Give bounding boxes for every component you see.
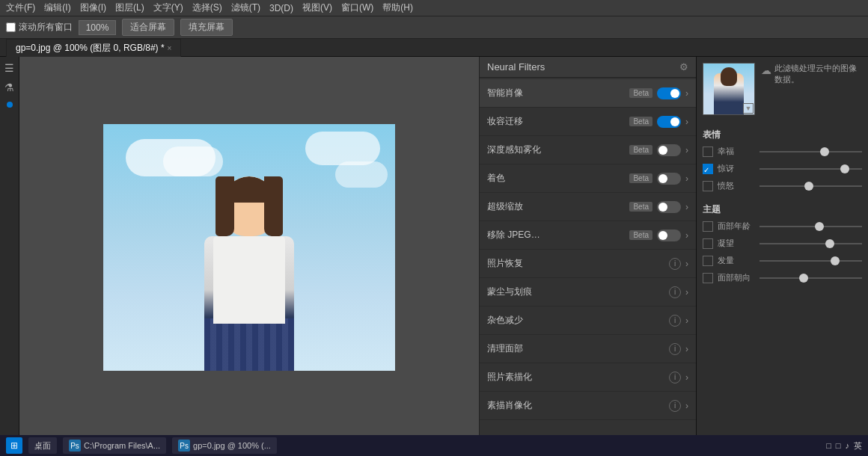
zoom-level[interactable]: 100% — [79, 20, 116, 35]
expression-sliders-checkbox-0[interactable] — [703, 147, 713, 157]
expression-sliders-checkbox-2[interactable] — [703, 181, 713, 191]
scroll-all-label: 滚动所有窗口 — [19, 21, 73, 34]
menu-layer[interactable]: 图层(L) — [115, 1, 144, 14]
menu-3d[interactable]: 3D(D) — [269, 3, 293, 13]
filter-item-0[interactable]: 智能肖像Beta› — [480, 79, 696, 108]
subject-sliders-checkbox-1[interactable] — [703, 238, 713, 249]
subject-sliders-checkbox-0[interactable] — [703, 221, 713, 232]
filter-name-6: 照片恢复 — [487, 257, 669, 270]
filter-item-9[interactable]: 清理面部i› — [480, 335, 696, 363]
expression-sliders-thumb-2[interactable] — [804, 182, 813, 191]
filter-item-6[interactable]: 照片恢复i› — [480, 250, 696, 278]
subject-sliders-thumb-1[interactable] — [825, 239, 834, 248]
filter-toggle-4[interactable] — [657, 201, 681, 213]
tab-close-button[interactable]: × — [168, 44, 172, 52]
flask-icon[interactable]: ⚗ — [1, 79, 18, 96]
filter-item-1[interactable]: 妆容迁移Beta› — [480, 108, 696, 136]
right-panel: ▼ ☁ 此滤镜处理云中的图像数据。 表情 幸福✓惊讶愤怒 主题 面部年龄凝望发量… — [696, 57, 868, 438]
filter-toggle-3[interactable] — [657, 173, 681, 185]
filter-item-7[interactable]: 蒙尘与划痕i› — [480, 278, 696, 306]
filter-arrow-7: › — [685, 287, 688, 298]
subject-sliders-thumb-0[interactable] — [815, 222, 824, 231]
expression-sliders-thumb-1[interactable] — [840, 164, 849, 173]
filter-name-9: 清理面部 — [487, 342, 669, 355]
filter-name-3: 着色 — [487, 172, 629, 185]
subject-sliders-track-2[interactable] — [760, 260, 862, 262]
filter-item-2[interactable]: 深度感知雾化Beta› — [480, 136, 696, 164]
filter-item-8[interactable]: 杂色减少i› — [480, 306, 696, 335]
ps-icon: Ps — [69, 440, 81, 452]
subject-sliders-track-0[interactable] — [760, 226, 862, 227]
tray-icon-3[interactable]: ♪ — [846, 441, 850, 450]
preview-section: ▼ ☁ 此滤镜处理云中的图像数据。 — [703, 63, 862, 115]
tray-icon-2[interactable]: □ — [836, 441, 841, 450]
expression-sliders-label-1: 惊讶 — [718, 163, 755, 174]
subject-sliders-label-2: 发量 — [718, 255, 755, 266]
filter-name-7: 蒙尘与划痕 — [487, 286, 669, 298]
menu-help[interactable]: 帮助(H) — [382, 1, 413, 14]
filter-name-11: 素描肖像化 — [487, 399, 669, 412]
scroll-all-checkbox[interactable]: 滚动所有窗口 — [6, 21, 73, 34]
subject-sliders-track-1[interactable] — [760, 243, 862, 244]
settings-icon[interactable]: ⚙ — [679, 61, 688, 73]
filter-toggle-2[interactable] — [657, 144, 681, 156]
filter-toggle-5[interactable] — [657, 229, 681, 241]
subject-sliders-thumb-2[interactable] — [831, 256, 840, 265]
menu-filter[interactable]: 滤镜(T) — [231, 1, 260, 14]
filter-item-5[interactable]: 移除 JPEG…Beta› — [480, 221, 696, 250]
menu-bar: 文件(F) 编辑(I) 图像(I) 图层(L) 文字(Y) 选择(S) 滤镜(T… — [0, 0, 868, 16]
menu-text[interactable]: 文字(Y) — [153, 1, 183, 14]
filter-item-11[interactable]: 素描肖像化i› — [480, 392, 696, 420]
filter-badge-5: Beta — [629, 230, 652, 240]
subject-sliders-checkbox-2[interactable] — [703, 256, 713, 266]
filter-badge-4: Beta — [629, 202, 652, 212]
document-tab[interactable]: gp=0.jpg @ 100% (图层 0, RGB/8#) * × — [6, 39, 181, 57]
menu-edit[interactable]: 编辑(I) — [44, 1, 70, 14]
menu-window[interactable]: 窗口(W) — [341, 1, 373, 14]
expression-sliders-track-0[interactable] — [760, 151, 862, 152]
panel-header-icons: ⚙ — [679, 61, 688, 73]
taskbar-desktop[interactable]: 桌面 — [28, 437, 57, 454]
filter-arrow-4: › — [685, 202, 688, 212]
filter-name-5: 移除 JPEG… — [487, 229, 629, 241]
neural-filters-panel: Neural Filters ⚙ 智能肖像Beta›妆容迁移Beta›深度感知雾… — [479, 57, 696, 438]
cloud-notice-text: 此滤镜处理云中的图像数据。 — [774, 63, 862, 86]
filter-item-10[interactable]: 照片素描化i› — [480, 363, 696, 392]
menu-select[interactable]: 选择(S) — [192, 1, 222, 14]
subject-sliders-track-3[interactable] — [760, 277, 862, 279]
expand-button[interactable]: ▼ — [743, 103, 754, 114]
filter-arrow-9: › — [685, 344, 688, 354]
subject-sliders-thumb-3[interactable] — [799, 274, 808, 283]
filter-toggle-0[interactable] — [657, 87, 681, 99]
expression-sliders-label-2: 愤怒 — [718, 180, 755, 191]
taskbar-ps-file-label: gp=0.jpg @ 100% (... — [193, 441, 271, 450]
filter-badge-8: i — [669, 315, 681, 327]
expression-sliders-track-2[interactable] — [760, 185, 862, 187]
filter-icon[interactable]: ☰ — [1, 60, 18, 76]
subject-sliders-row-0: 面部年龄 — [703, 221, 862, 232]
taskbar-ps-path[interactable]: Ps C:\Program Files\A... — [63, 437, 166, 454]
filter-item-4[interactable]: 超级缩放Beta› — [480, 193, 696, 221]
filter-badge-1: Beta — [629, 117, 652, 126]
fill-screen-button[interactable]: 填充屏幕 — [180, 19, 233, 36]
menu-image[interactable]: 图像(I) — [80, 1, 106, 14]
subject-sliders-checkbox-3[interactable] — [703, 273, 713, 283]
start-button[interactable]: ⊞ — [6, 437, 22, 454]
main-area: ☰ ⚗ — [0, 57, 868, 438]
subject-sliders-label-3: 面部朝向 — [718, 272, 755, 283]
expression-sliders-checkbox-1[interactable]: ✓ — [703, 164, 713, 174]
scroll-all-input[interactable] — [6, 22, 16, 32]
taskbar-ps-file[interactable]: Ps gp=0.jpg @ 100% (... — [172, 437, 277, 454]
filter-item-3[interactable]: 着色Beta› — [480, 164, 696, 193]
filter-badge-11: i — [669, 400, 681, 412]
expression-sliders-track-1[interactable] — [760, 168, 862, 170]
filter-badge-10: i — [669, 372, 681, 383]
menu-view[interactable]: 视图(V) — [302, 1, 332, 14]
circle-icon[interactable] — [7, 102, 13, 108]
filter-toggle-1[interactable] — [657, 116, 681, 128]
menu-file[interactable]: 文件(F) — [6, 1, 35, 14]
fit-screen-button[interactable]: 适合屏幕 — [122, 19, 174, 36]
expression-sliders-thumb-0[interactable] — [820, 147, 829, 156]
tray-icon-1[interactable]: □ — [826, 441, 831, 450]
tray-lang[interactable]: 英 — [854, 440, 862, 452]
